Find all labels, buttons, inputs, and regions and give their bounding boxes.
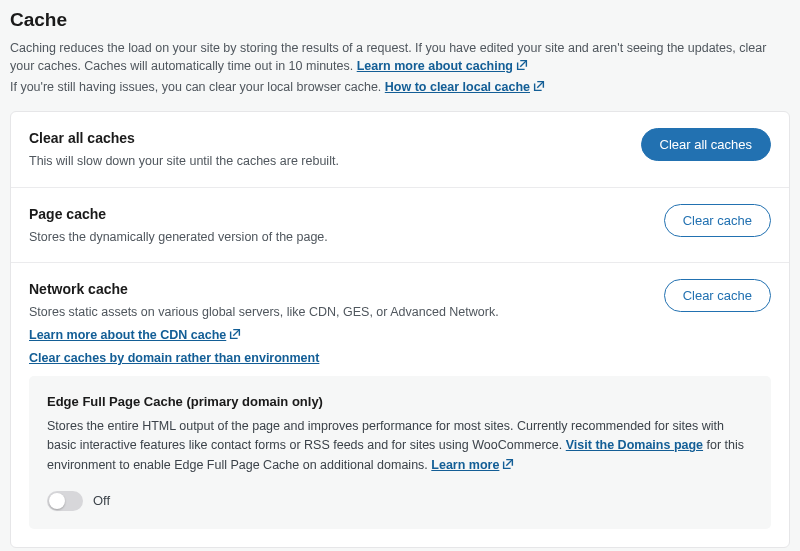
- external-link-icon: [501, 457, 515, 471]
- issues-row: If you're still having issues, you can c…: [10, 78, 790, 97]
- page-cache-title: Page cache: [29, 204, 646, 225]
- edge-cache-subsection: Edge Full Page Cache (primary domain onl…: [29, 376, 771, 530]
- page-title: Cache: [10, 6, 790, 35]
- intro-paragraph: Caching reduces the load on your site by…: [10, 39, 790, 77]
- page-cache-clear-button[interactable]: Clear cache: [664, 204, 771, 237]
- issues-prefix: If you're still having issues, you can c…: [10, 80, 381, 94]
- learn-cdn-cache-link[interactable]: Learn more about the CDN cache: [29, 328, 226, 342]
- external-link-icon: [515, 58, 529, 72]
- edge-cache-description: Stores the entire HTML output of the pag…: [47, 417, 753, 475]
- clear-all-section: Clear all caches This will slow down you…: [11, 112, 789, 188]
- page-cache-section: Page cache Stores the dynamically genera…: [11, 188, 789, 264]
- learn-caching-link[interactable]: Learn more about caching: [357, 59, 513, 73]
- clear-local-cache-link[interactable]: How to clear local cache: [385, 80, 530, 94]
- edge-toggle-row: Off: [47, 491, 753, 511]
- edge-cache-toggle[interactable]: [47, 491, 83, 511]
- clear-all-caches-button[interactable]: Clear all caches: [641, 128, 772, 161]
- network-cache-title: Network cache: [29, 279, 646, 300]
- external-link-icon: [532, 79, 546, 93]
- external-link-icon: [228, 327, 242, 341]
- edge-learn-more-link[interactable]: Learn more: [431, 458, 499, 472]
- network-cache-clear-button[interactable]: Clear cache: [664, 279, 771, 312]
- page-cache-desc: Stores the dynamically generated version…: [29, 228, 646, 247]
- clear-by-domain-link[interactable]: Clear caches by domain rather than envir…: [29, 351, 319, 365]
- visit-domains-link[interactable]: Visit the Domains page: [566, 438, 703, 452]
- clear-all-desc: This will slow down your site until the …: [29, 152, 623, 171]
- edge-cache-title: Edge Full Page Cache (primary domain onl…: [47, 392, 753, 412]
- edge-toggle-label: Off: [93, 491, 110, 511]
- network-cache-section: Network cache Stores static assets on va…: [11, 263, 789, 375]
- clear-all-title: Clear all caches: [29, 128, 623, 149]
- cache-card-main: Clear all caches This will slow down you…: [10, 111, 790, 548]
- cache-settings-page: Cache Caching reduces the load on your s…: [0, 0, 800, 551]
- network-cache-desc: Stores static assets on various global s…: [29, 303, 646, 322]
